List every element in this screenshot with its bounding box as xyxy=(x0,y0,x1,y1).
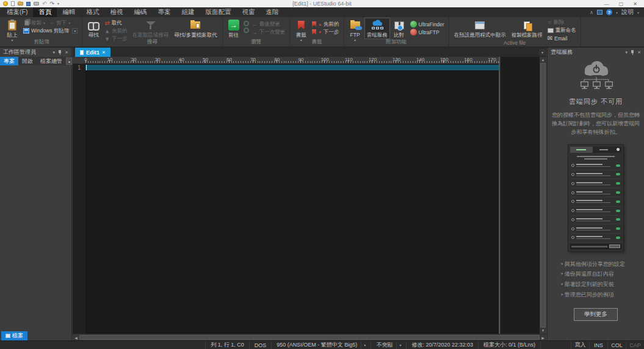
delete-file-button[interactable]: ✕ 刪除 xyxy=(546,19,577,26)
ultrafinder-button[interactable]: UltraFinder xyxy=(409,21,446,28)
open-folder-icon[interactable] xyxy=(18,2,23,6)
tab-explorer[interactable]: 檔案總管 xyxy=(37,57,66,65)
close-button[interactable]: ✕ xyxy=(633,1,637,7)
scroll-right-icon[interactable]: ▶ xyxy=(540,334,546,340)
menu-item[interactable]: 組建 xyxy=(176,7,200,17)
save-icon[interactable] xyxy=(26,2,31,6)
find-previous-button[interactable]: ▲ 先前的 xyxy=(103,28,128,34)
ribbon-layout-icon[interactable] xyxy=(597,10,602,15)
text-editing-area[interactable] xyxy=(85,64,499,334)
ultraftp-icon xyxy=(410,29,417,35)
compare-button[interactable]: 比對 xyxy=(391,18,407,39)
card-row xyxy=(570,171,621,180)
new-file-icon[interactable] xyxy=(11,1,15,6)
vertical-scrollbar[interactable]: ▲ ▼ xyxy=(540,57,546,334)
replace-button[interactable]: ⇄ 取代 xyxy=(103,20,128,26)
cloud-sync-description: 您的授權不包括雲端同步，但當您轉換為訂閱計劃時，您可以新增雲端同步和享有特殊折扣… xyxy=(551,111,640,137)
line-ending-type[interactable]: DOS xyxy=(249,341,272,349)
horizontal-scroll-thumb[interactable] xyxy=(79,335,540,340)
bookmark-previous-button[interactable]: ▲ 先前的 xyxy=(311,21,340,28)
learn-more-button[interactable]: 學到更多 xyxy=(574,308,618,321)
copy-button[interactable]: 複製▾ xyxy=(22,20,46,26)
menu-item[interactable]: 進階 xyxy=(260,7,284,17)
find-in-selection-button[interactable]: 在選取區域搜尋 xyxy=(131,18,171,39)
bookmark-next-button[interactable]: ▼ 下一步 xyxy=(311,29,340,35)
cloud-panel-pin-icon[interactable] xyxy=(631,50,634,55)
nav-back-icon[interactable] xyxy=(244,21,249,26)
app-logo-icon[interactable] xyxy=(3,1,8,6)
open-in-default-app-button[interactable]: 在預設應用程式中顯示 xyxy=(452,18,508,39)
files-dock-tab[interactable]: 檔案 xyxy=(1,331,27,340)
help-menu-label[interactable]: 說明 xyxy=(621,8,634,17)
qat-dropdown-icon[interactable]: ▾ xyxy=(57,2,59,6)
filter-icon xyxy=(145,19,156,31)
scroll-up-icon[interactable]: ▲ xyxy=(540,57,546,63)
horizontal-scrollbar[interactable]: ◀ ▶ xyxy=(73,334,546,340)
menu-item[interactable]: 編輯 xyxy=(57,7,81,17)
quick-access-toolbar: ↶ ↷ ▾ xyxy=(3,0,59,7)
status-flag[interactable]: CAP xyxy=(626,341,644,349)
window-title: [Edit1] - UEStudio 64-bit xyxy=(292,1,352,7)
find-replace-in-files-button[interactable]: 尋找/多重檔案取代 xyxy=(172,18,219,39)
menu-item[interactable]: 首頁 xyxy=(33,7,57,17)
windows-clipboard-button[interactable]: Windows 剪貼簿 ▾ xyxy=(22,28,79,34)
find-button[interactable]: 尋找 xyxy=(85,18,101,39)
tab-open[interactable]: 開啟 xyxy=(18,57,37,65)
editor-tab-edit1[interactable]: Edit1 ✕ xyxy=(75,48,110,57)
cloud-panel-dropdown-icon[interactable]: ▾ xyxy=(626,50,628,55)
scroll-left-icon[interactable]: ◀ xyxy=(73,334,79,340)
files-dock-icon xyxy=(5,334,10,338)
cut-icon: ✂ xyxy=(50,20,54,26)
help-dropdown-icon[interactable]: ▾ xyxy=(616,10,618,15)
highlight-selector[interactable]: 不突顯▾ xyxy=(371,341,406,349)
menubar-items: 檔案(F)首頁編輯格式檢視編碼專案組建版面配置視窗進階 xyxy=(1,7,284,17)
collapse-ribbon-icon[interactable]: ∧ xyxy=(590,10,593,15)
menu-item[interactable]: 視窗 xyxy=(236,7,260,17)
menu-item[interactable]: 檔案(F) xyxy=(1,7,33,17)
status-flag[interactable]: COL xyxy=(607,341,626,349)
bullet-item: 與其他例項分享您的設定 xyxy=(561,259,640,270)
vertical-scroll-thumb[interactable] xyxy=(540,63,546,328)
goto-button[interactable]: → 前往 xyxy=(226,18,242,39)
encoding-dropdown-icon[interactable]: ▾ xyxy=(361,341,366,349)
minimize-button[interactable]: — xyxy=(604,1,609,7)
panel-pin-icon[interactable] xyxy=(58,50,62,55)
menu-item[interactable]: 編碼 xyxy=(128,7,152,17)
print-icon[interactable] xyxy=(34,2,39,6)
redo-icon[interactable]: ↷ xyxy=(50,1,55,7)
scroll-down-icon[interactable]: ▼ xyxy=(540,328,546,334)
tab-list-dropdown-icon[interactable]: ▾ xyxy=(539,49,546,56)
panel-close-icon[interactable]: ✕ xyxy=(65,50,68,55)
menu-item[interactable]: 格式 xyxy=(81,7,104,17)
cloud-panel-close-icon[interactable]: ✕ xyxy=(637,50,641,55)
undo-icon[interactable]: ↶ xyxy=(42,1,47,7)
maximize-button[interactable]: ▢ xyxy=(619,1,624,7)
cloud-services-button[interactable]: 雲端服務 xyxy=(365,18,389,39)
delete-icon: ✕ xyxy=(548,20,552,26)
menu-item[interactable]: 專案 xyxy=(152,7,176,17)
encoding-selector[interactable]: 950 (ANSI/OEM - 繁體中文 Big5)▾ xyxy=(271,341,371,349)
menu-item[interactable]: 檢視 xyxy=(104,7,128,17)
document-icon xyxy=(80,50,84,55)
workspace-manager-panel: 工作區管理員 ▾ ✕ 專案 開啟 檔案總管 ◂ ▸ 檔案 xyxy=(0,48,72,340)
tab-close-icon[interactable]: ✕ xyxy=(102,50,106,55)
windows-clipboard-dropdown-icon[interactable]: ▾ xyxy=(72,28,78,34)
nav-forward-icon[interactable] xyxy=(244,28,249,33)
status-flag[interactable]: 寫入 xyxy=(571,341,589,349)
panel-dropdown-icon[interactable]: ▾ xyxy=(53,50,56,55)
ultraftp-button[interactable]: UltraFTP xyxy=(409,29,446,35)
menu-item[interactable]: 版面配置 xyxy=(200,7,236,17)
last-change-button[interactable]: ← 最後變更 xyxy=(251,21,287,28)
bookmark-next-icon xyxy=(312,29,316,35)
help-menu-caret-icon[interactable]: ▾ xyxy=(637,10,639,15)
status-flag[interactable]: INS xyxy=(589,341,607,349)
tab-projects[interactable]: 專案 xyxy=(0,57,18,65)
highlight-dropdown-icon[interactable]: ▾ xyxy=(396,341,401,349)
rename-file-button[interactable]: 重新命名 xyxy=(546,27,577,34)
cut-button[interactable]: ✂ 剪下▾ xyxy=(49,20,71,26)
help-icon[interactable]: ? xyxy=(606,9,612,15)
copy-file-path-button[interactable]: 複製檔案路徑 xyxy=(510,18,545,39)
next-change-button[interactable]: → 下一次變更 xyxy=(251,29,287,35)
tab-scroll-left-icon[interactable]: ◂ xyxy=(66,57,72,65)
workspace-panel-body xyxy=(0,65,71,331)
